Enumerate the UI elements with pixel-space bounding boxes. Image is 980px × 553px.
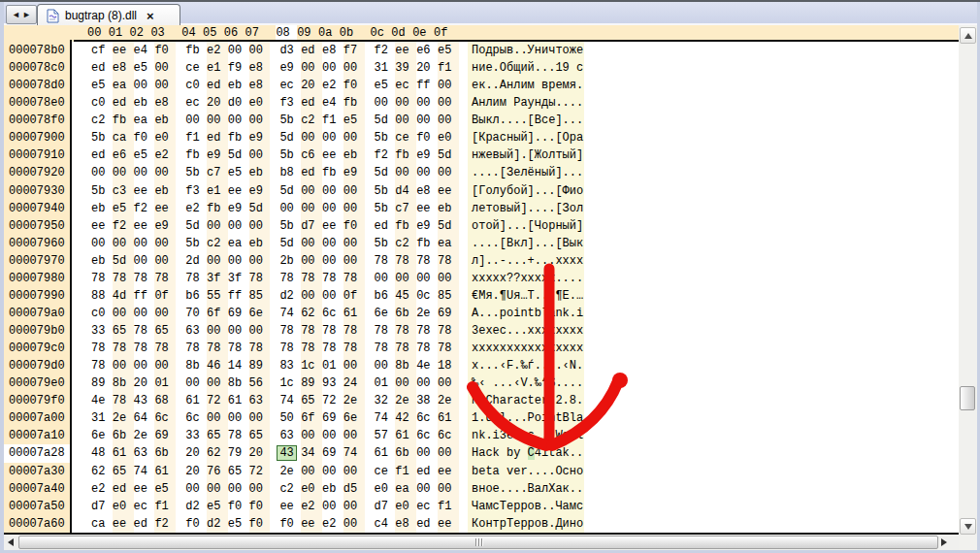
hex-byte[interactable]: 65 bbox=[113, 322, 134, 340]
hex-byte[interactable]: 00 bbox=[185, 480, 207, 498]
hex-byte[interactable]: 72 bbox=[322, 392, 343, 409]
hex-byte[interactable]: 89 bbox=[91, 374, 113, 392]
hex-byte[interactable]: 78 bbox=[301, 322, 322, 340]
hex-byte[interactable]: 00 bbox=[322, 182, 343, 200]
hex-byte[interactable]: 68 bbox=[154, 392, 176, 409]
hex-byte[interactable]: ee bbox=[395, 42, 416, 59]
hex-byte[interactable]: 78 bbox=[207, 340, 228, 357]
ascii-text[interactable]: Выкл....[Все]... bbox=[468, 112, 584, 129]
hex-byte[interactable]: ea bbox=[228, 235, 249, 252]
hex-byte[interactable]: 78 bbox=[91, 357, 113, 374]
hex-byte[interactable]: e5 bbox=[91, 77, 113, 94]
ascii-text[interactable]: Подрыв..Уничтоже bbox=[468, 42, 584, 59]
hex-byte[interactable]: f0 bbox=[249, 515, 271, 533]
hex-byte[interactable]: 74 bbox=[343, 444, 365, 462]
hex-byte[interactable]: ff bbox=[416, 77, 438, 94]
hex-byte[interactable]: f0 bbox=[249, 498, 271, 515]
hex-byte[interactable]: 00 bbox=[343, 200, 365, 217]
hex-byte[interactable]: 00 bbox=[322, 498, 343, 515]
hex-byte[interactable]: 00 bbox=[249, 42, 271, 59]
hex-byte[interactable]: f0 bbox=[416, 129, 438, 146]
hex-byte[interactable]: 00 bbox=[207, 112, 228, 129]
hex-byte[interactable]: 69 bbox=[228, 305, 249, 322]
hex-byte[interactable]: 78 bbox=[301, 270, 322, 287]
hex-byte[interactable]: f3 bbox=[279, 94, 301, 112]
hex-byte[interactable]: ed bbox=[301, 94, 322, 112]
hex-byte[interactable]: 00 bbox=[438, 270, 459, 287]
hex-byte[interactable]: f2 bbox=[113, 217, 134, 235]
hex-byte[interactable]: 00 bbox=[154, 164, 176, 181]
hex-byte[interactable]: f0 bbox=[185, 515, 207, 533]
hex-byte-highlighted[interactable]: 43 bbox=[278, 446, 295, 460]
hex-byte[interactable]: 5b bbox=[375, 182, 396, 200]
hex-byte[interactable]: fb bbox=[113, 112, 134, 129]
hex-byte[interactable]: e9 bbox=[416, 217, 438, 235]
hex-byte[interactable]: 01 bbox=[322, 357, 343, 374]
hex-byte[interactable]: 00 bbox=[301, 200, 322, 217]
hex-byte[interactable]: f9 bbox=[228, 59, 249, 77]
hex-byte[interactable]: 00 bbox=[438, 77, 459, 94]
hex-byte[interactable]: 00 bbox=[207, 480, 228, 498]
hex-byte[interactable]: 00 bbox=[228, 252, 249, 270]
hex-byte[interactable]: 31 bbox=[91, 409, 113, 427]
hex-byte[interactable]: 63 bbox=[134, 444, 155, 462]
hex-byte[interactable]: 00 bbox=[301, 59, 322, 77]
hex-byte[interactable]: 6f bbox=[207, 305, 228, 322]
hex-byte[interactable]: 00 bbox=[185, 112, 207, 129]
vertical-scroll-thumb[interactable] bbox=[960, 386, 975, 410]
hex-byte[interactable]: 00 bbox=[343, 182, 365, 200]
hex-byte[interactable]: eb bbox=[438, 200, 459, 217]
hex-byte[interactable]: 00 bbox=[438, 444, 459, 462]
hex-byte[interactable]: 00 bbox=[207, 322, 228, 340]
hex-byte[interactable]: 00 bbox=[322, 59, 343, 77]
hex-byte[interactable]: 78 bbox=[134, 270, 155, 287]
hex-byte[interactable]: 00 bbox=[134, 164, 155, 181]
hex-byte[interactable]: f1 bbox=[438, 498, 459, 515]
hex-byte[interactable]: c2 bbox=[91, 112, 113, 129]
hex-byte[interactable]: 2e bbox=[279, 463, 301, 480]
hex-byte[interactable]: 00 bbox=[375, 357, 396, 374]
hex-byte[interactable]: 69 bbox=[438, 305, 459, 322]
hex-byte[interactable]: 89 bbox=[249, 357, 271, 374]
hex-byte[interactable]: 78 bbox=[395, 252, 416, 270]
hex-byte[interactable]: 74 bbox=[279, 305, 301, 322]
hex-byte[interactable]: 78 bbox=[322, 270, 343, 287]
hex-byte[interactable]: ee bbox=[228, 182, 249, 200]
hex-byte[interactable]: 00 bbox=[185, 374, 207, 392]
hex-byte[interactable]: e9 bbox=[154, 217, 176, 235]
hex-byte[interactable]: e2 bbox=[91, 480, 113, 498]
hex-byte[interactable]: fb bbox=[185, 146, 207, 164]
hex-byte[interactable]: 00 bbox=[228, 322, 249, 340]
hex-byte[interactable]: ea bbox=[134, 112, 155, 129]
hex-byte[interactable]: 50 bbox=[279, 409, 301, 427]
hex-byte[interactable]: 00 bbox=[154, 357, 176, 374]
hex-byte[interactable]: 6b bbox=[113, 427, 134, 444]
hex-byte[interactable]: e5 bbox=[228, 164, 249, 181]
hex-byte[interactable]: e0 bbox=[154, 129, 176, 146]
hex-byte[interactable]: 00 bbox=[134, 252, 155, 270]
hex-byte[interactable]: f2 bbox=[375, 146, 396, 164]
hex-byte[interactable]: 78 bbox=[228, 340, 249, 357]
hex-byte[interactable]: b6 bbox=[185, 287, 207, 305]
ascii-text[interactable]: ....[Зелёный]... bbox=[468, 164, 584, 181]
hex-byte[interactable]: 69 bbox=[322, 444, 343, 462]
hex-byte[interactable]: b6 bbox=[375, 287, 396, 305]
hex-byte[interactable]: ce bbox=[375, 463, 396, 480]
ascii-text[interactable]: Hack by C4itak.. bbox=[468, 444, 584, 462]
hex-byte[interactable]: 14 bbox=[228, 357, 249, 374]
hex-byte[interactable]: 46 bbox=[207, 357, 228, 374]
hex-byte[interactable]: fb bbox=[207, 200, 228, 217]
hex-byte[interactable]: f0 bbox=[279, 515, 301, 533]
hex-byte[interactable]: f0 bbox=[343, 77, 365, 94]
hex-byte[interactable]: ed bbox=[416, 515, 438, 533]
hex-byte[interactable]: 74 bbox=[134, 463, 155, 480]
hex-byte[interactable]: 78 bbox=[343, 322, 365, 340]
hex-byte[interactable]: 00 bbox=[91, 235, 113, 252]
hex-byte[interactable]: ee bbox=[322, 146, 343, 164]
hex-byte[interactable]: 63 bbox=[249, 392, 271, 409]
hex-byte[interactable]: ce bbox=[185, 59, 207, 77]
hex-byte[interactable]: e9 bbox=[416, 146, 438, 164]
hex-byte[interactable]: e0 bbox=[249, 94, 271, 112]
hex-byte[interactable]: 00 bbox=[343, 463, 365, 480]
hex-byte[interactable]: ea bbox=[438, 235, 459, 252]
